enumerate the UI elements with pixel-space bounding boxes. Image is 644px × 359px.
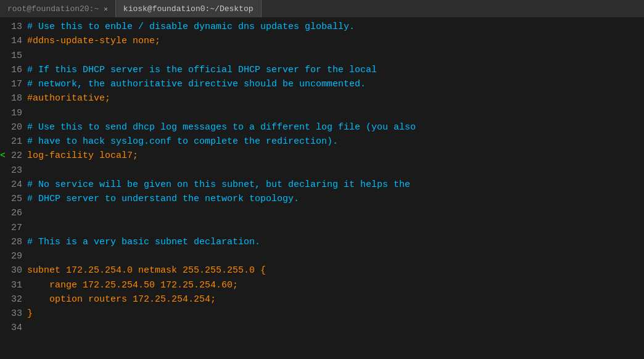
line-number: 30 xyxy=(9,263,27,278)
code-line: 17# network, the authoritative directive… xyxy=(0,77,644,91)
arrow-indicator xyxy=(0,134,9,149)
arrow-indicator xyxy=(0,34,9,48)
code-line: 15 xyxy=(0,49,644,63)
code-area: 13# Use this to enble / disable dynamic … xyxy=(0,17,644,359)
code-line: 19 xyxy=(0,106,644,120)
arrow-indicator xyxy=(0,49,9,63)
line-content xyxy=(27,249,644,263)
line-content: subnet 172.25.254.0 netmask 255.255.255.… xyxy=(27,263,644,278)
line-number: 26 xyxy=(9,206,27,220)
line-number: 31 xyxy=(9,278,27,292)
code-line: 14#ddns-update-style none; xyxy=(0,34,644,48)
line-content xyxy=(27,221,644,235)
line-number: 18 xyxy=(9,91,27,105)
line-number: 32 xyxy=(9,292,27,307)
arrow-indicator xyxy=(0,249,9,263)
arrow-indicator xyxy=(0,120,9,134)
code-line: 21# have to hack syslog.conf to complete… xyxy=(0,134,644,149)
line-number: 21 xyxy=(9,134,27,149)
arrow-indicator xyxy=(0,20,9,34)
line-number: 29 xyxy=(9,249,27,263)
arrow-indicator xyxy=(0,278,9,292)
arrow-indicator xyxy=(0,206,9,220)
line-content: #authoritative; xyxy=(27,91,644,105)
arrow-indicator xyxy=(0,106,9,120)
tab-bar: root@foundation20:~ ✕ kiosk@foundation0:… xyxy=(0,0,644,17)
line-number: 17 xyxy=(9,77,27,91)
arrow-indicator xyxy=(0,221,9,235)
line-number: 15 xyxy=(9,49,27,63)
arrow-indicator xyxy=(0,91,9,105)
line-content: # This is a very basic subnet declaratio… xyxy=(27,235,644,249)
arrow-indicator: < xyxy=(0,149,9,163)
code-line: 30subnet 172.25.254.0 netmask 255.255.25… xyxy=(0,263,644,278)
line-content: # network, the authoritative directive s… xyxy=(27,77,644,91)
line-number: 22 xyxy=(9,149,27,163)
arrow-indicator xyxy=(0,235,9,249)
line-content xyxy=(27,321,644,335)
code-line: 29 xyxy=(0,249,644,263)
line-content: } xyxy=(27,307,644,321)
tab-label-kiosk: kiosk@foundation0:~/Desktop xyxy=(123,4,254,14)
code-line: 20# Use this to send dhcp log messages t… xyxy=(0,120,644,134)
line-number: 33 xyxy=(9,307,27,321)
arrow-indicator xyxy=(0,192,9,206)
code-line: 32 option routers 172.25.254.254; xyxy=(0,292,644,307)
arrow-indicator xyxy=(0,178,9,192)
code-line: 27 xyxy=(0,221,644,235)
line-number: 16 xyxy=(9,63,27,77)
arrow-indicator xyxy=(0,77,9,91)
line-content xyxy=(27,106,644,120)
line-number: 24 xyxy=(9,178,27,192)
line-content xyxy=(27,163,644,178)
line-content: log-facility local7; xyxy=(27,149,644,163)
tab-kiosk-foundation0[interactable]: kiosk@foundation0:~/Desktop xyxy=(116,0,262,17)
line-number: 28 xyxy=(9,235,27,249)
arrow-indicator xyxy=(0,63,9,77)
line-number: 13 xyxy=(9,20,27,34)
close-icon[interactable]: ✕ xyxy=(104,5,108,13)
arrow-indicator xyxy=(0,321,9,335)
line-number: 27 xyxy=(9,221,27,235)
line-content: # No service will be given on this subne… xyxy=(27,178,644,192)
line-content: # If this DHCP server is the official DH… xyxy=(27,63,644,77)
line-content: # have to hack syslog.conf to complete t… xyxy=(27,134,644,149)
line-number: 19 xyxy=(9,106,27,120)
arrow-indicator xyxy=(0,307,9,321)
line-content xyxy=(27,49,644,63)
arrow-indicator xyxy=(0,263,9,278)
line-content: range 172.25.254.50 172.25.254.60; xyxy=(27,278,644,292)
code-line: 33} xyxy=(0,307,644,321)
code-line: 18#authoritative; xyxy=(0,91,644,105)
line-content xyxy=(27,206,644,220)
line-number: 14 xyxy=(9,34,27,48)
code-line: 24# No service will be given on this sub… xyxy=(0,178,644,192)
code-line: 25# DHCP server to understand the networ… xyxy=(0,192,644,206)
line-content: # Use this to enble / disable dynamic dn… xyxy=(27,20,644,34)
code-line: 26 xyxy=(0,206,644,220)
arrow-indicator xyxy=(0,163,9,178)
code-line: 16# If this DHCP server is the official … xyxy=(0,63,644,77)
terminal-container: root@foundation20:~ ✕ kiosk@foundation0:… xyxy=(0,0,644,359)
tab-label-root: root@foundation20:~ xyxy=(7,4,99,14)
line-content: option routers 172.25.254.254; xyxy=(27,292,644,307)
line-number: 20 xyxy=(9,120,27,134)
code-line: 23 xyxy=(0,163,644,178)
line-number: 34 xyxy=(9,321,27,335)
code-line: 31 range 172.25.254.50 172.25.254.60; xyxy=(0,278,644,292)
line-number: 23 xyxy=(9,163,27,178)
code-line: <22log-facility local7; xyxy=(0,149,644,163)
line-content: # DHCP server to understand the network … xyxy=(27,192,644,206)
line-content: #ddns-update-style none; xyxy=(27,34,644,48)
code-line: 28# This is a very basic subnet declarat… xyxy=(0,235,644,249)
code-line: 13# Use this to enble / disable dynamic … xyxy=(0,20,644,34)
code-line: 34 xyxy=(0,321,644,335)
tab-root-foundation20[interactable]: root@foundation20:~ ✕ xyxy=(0,0,116,17)
arrow-indicator xyxy=(0,292,9,307)
line-content: # Use this to send dhcp log messages to … xyxy=(27,120,644,134)
line-number: 25 xyxy=(9,192,27,206)
